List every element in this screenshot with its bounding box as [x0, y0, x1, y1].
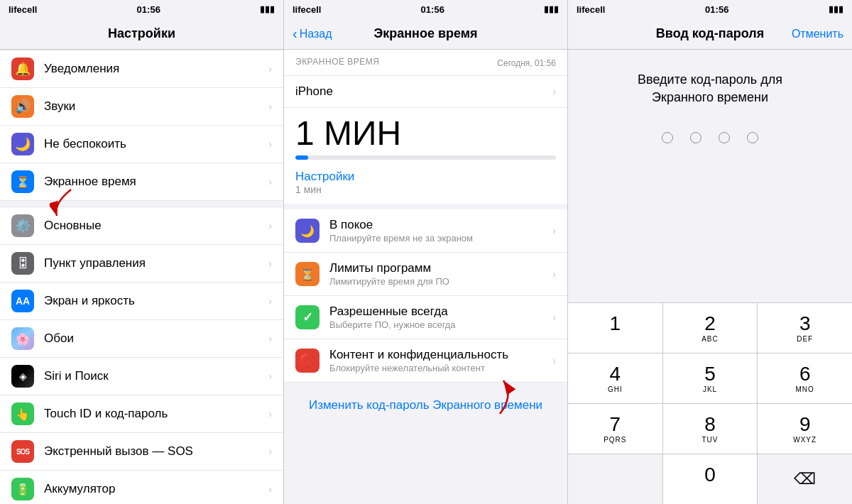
- numpad-key-empty: [568, 454, 662, 504]
- settings-item-screentime[interactable]: ⏳ Экранное время ›: [0, 163, 283, 201]
- applimits-item[interactable]: ⏳ Лимиты программ Лимитируйте время для …: [284, 253, 567, 296]
- settings-item-wallpaper[interactable]: 🌸 Обои ›: [0, 320, 283, 358]
- back-button-2[interactable]: ‹ Назад: [293, 26, 332, 42]
- section-date: Сегодня, 01:56: [497, 58, 556, 68]
- numpad-num-2: 2: [704, 314, 716, 334]
- general-icon: ⚙️: [11, 214, 34, 237]
- screentime-content: ЭКРАННОЕ ВРЕМЯ Сегодня, 01:56 iPhone › 1…: [284, 50, 567, 504]
- chevron-downtime: ›: [552, 225, 556, 236]
- settings-link-sub: 1 мин: [295, 184, 556, 195]
- numpad-letters-5: JKL: [703, 385, 717, 393]
- numpad-key-0[interactable]: 0: [663, 454, 758, 504]
- chevron-controlcenter: ›: [268, 258, 272, 269]
- numpad-key-8[interactable]: 8 TUV: [663, 404, 758, 454]
- status-bar-2: lifecell 01:56 ▮▮▮: [284, 0, 567, 18]
- chevron-touchid: ›: [268, 408, 272, 420]
- numpad-key-5[interactable]: 5 JKL: [663, 354, 758, 403]
- time-1: 01:56: [137, 4, 160, 15]
- downtime-title: В покое: [329, 218, 548, 232]
- settings-item-sos[interactable]: SOS Экстренный вызов — SOS ›: [0, 433, 283, 471]
- progress-fill: [295, 155, 308, 160]
- chevron-display: ›: [268, 295, 272, 307]
- controlcenter-label: Пункт управления: [44, 256, 264, 270]
- settings-item-touchid[interactable]: 👆 Touch ID и код-пароль ›: [0, 395, 283, 433]
- numpad-num-3: 3: [799, 314, 811, 334]
- numpad-num-9: 9: [799, 415, 811, 434]
- device-name: iPhone: [295, 84, 333, 99]
- cancel-button[interactable]: Отменить: [792, 28, 843, 40]
- alwaysallowed-text: Разрешенные всегда Выберите ПО, нужное в…: [329, 305, 548, 330]
- applimits-text: Лимиты программ Лимитируйте время для ПО: [329, 261, 548, 287]
- alwaysallowed-item[interactable]: ✓ Разрешенные всегда Выберите ПО, нужное…: [284, 296, 567, 339]
- alwaysallowed-title: Разрешенные всегда: [329, 305, 548, 319]
- donotdisturb-label: Не беспокоить: [44, 137, 264, 151]
- status-bar-1: lifecell 01:56 ▮▮▮: [0, 0, 283, 18]
- contentprivacy-subtitle: Блокируйте нежелательный контент: [329, 363, 548, 373]
- back-label-2: Назад: [300, 28, 332, 40]
- nav-title-3: Ввод код-пароля: [656, 26, 764, 41]
- settings-link-row: Настройки 1 мин: [284, 165, 567, 209]
- downtime-item[interactable]: 🌙 В покое Планируйте время не за экраном…: [284, 209, 567, 253]
- dot-2: [690, 132, 701, 143]
- touchid-icon: 👆: [11, 402, 34, 425]
- sounds-icon: 🔊: [11, 95, 34, 118]
- notifications-icon: 🔔: [11, 57, 34, 80]
- downtime-subtitle: Планируйте время не за экраном: [329, 233, 548, 243]
- change-passcode-link[interactable]: Изменить код-пароль Экранного времени: [295, 398, 556, 412]
- settings-item-general[interactable]: ⚙️ Основные ›: [0, 207, 283, 245]
- back-chevron-2: ‹: [293, 26, 297, 42]
- nav-title-2: Экранное время: [373, 26, 477, 41]
- chevron-device: ›: [552, 86, 556, 97]
- battery-label: Аккумулятор: [44, 482, 264, 496]
- dot-4: [747, 132, 758, 143]
- dot-3: [719, 132, 730, 143]
- numpad-key-3[interactable]: 3 DEF: [758, 303, 852, 353]
- passcode-prompt: Введите код-пароль для Экранного времени: [568, 50, 852, 121]
- settings-item-battery[interactable]: 🔋 Аккумулятор ›: [0, 471, 283, 504]
- contentprivacy-text: Контент и конфиденциальность Блокируйте …: [329, 348, 548, 373]
- numpad-key-1[interactable]: 1: [568, 303, 662, 353]
- battery-icon-3: ▮▮▮: [829, 4, 843, 14]
- sos-label: Экстренный вызов — SOS: [44, 444, 264, 459]
- settings-item-display[interactable]: AA Экран и яркость ›: [0, 283, 283, 320]
- device-row[interactable]: iPhone ›: [284, 76, 567, 108]
- contentprivacy-item[interactable]: 🚫 Контент и конфиденциальность Блокируйт…: [284, 339, 567, 383]
- numpad-letters-3: DEF: [797, 335, 813, 343]
- numpad-key-9[interactable]: 9 WXYZ: [758, 404, 852, 454]
- passcode-dots: [568, 132, 852, 143]
- settings-item-notifications[interactable]: 🔔 Уведомления ›: [0, 50, 283, 88]
- numpad-key-2[interactable]: 2 ABC: [663, 303, 758, 353]
- settings-item-controlcenter[interactable]: 🎛 Пункт управления ›: [0, 245, 283, 283]
- settings-item-siri[interactable]: ◈ Siri и Поиск ›: [0, 358, 283, 395]
- display-label: Экран и яркость: [44, 294, 264, 308]
- numpad-letters-0: [709, 486, 711, 494]
- settings-item-sounds[interactable]: 🔊 Звуки ›: [0, 88, 283, 126]
- time-2: 01:56: [421, 4, 444, 15]
- settings-item-donotdisturb[interactable]: 🌙 Не беспокоить ›: [0, 126, 283, 163]
- numpad-key-7[interactable]: 7 PQRS: [568, 404, 662, 454]
- settings-list: 🔔 Уведомления › 🔊 Звуки › 🌙 Не беспокоит…: [0, 50, 283, 504]
- screentime-label: Экранное время: [44, 175, 264, 189]
- change-passcode-row: Изменить код-пароль Экранного времени: [284, 388, 567, 422]
- numpad-delete-button[interactable]: ⌫: [758, 454, 852, 504]
- contentprivacy-icon: 🚫: [295, 349, 320, 373]
- nav-bar-1: Настройки: [0, 18, 283, 50]
- numpad-num-1: 1: [610, 314, 621, 334]
- chevron-notifications: ›: [268, 63, 272, 75]
- numpad-num-8: 8: [704, 415, 716, 434]
- numpad-num-6: 6: [799, 364, 811, 384]
- settings-panel: lifecell 01:56 ▮▮▮ Настройки 🔔 Уведомлен…: [0, 0, 284, 504]
- chevron-battery: ›: [268, 483, 272, 495]
- wallpaper-icon: 🌸: [11, 327, 34, 350]
- sounds-label: Звуки: [44, 99, 264, 114]
- time-value: 1 МИН: [284, 108, 567, 155]
- screentime-header: ЭКРАННОЕ ВРЕМЯ Сегодня, 01:56: [284, 50, 567, 76]
- numpad-key-4[interactable]: 4 GHI: [568, 354, 662, 403]
- settings-link[interactable]: Настройки: [295, 170, 556, 184]
- contentprivacy-title: Контент и конфиденциальность: [329, 348, 548, 362]
- delete-icon: ⌫: [794, 470, 816, 488]
- settings-group-1: 🔔 Уведомления › 🔊 Звуки › 🌙 Не беспокоит…: [0, 50, 283, 201]
- siri-icon: ◈: [11, 365, 34, 388]
- numpad-num-0: 0: [704, 465, 716, 485]
- numpad-key-6[interactable]: 6 MNO: [758, 354, 852, 403]
